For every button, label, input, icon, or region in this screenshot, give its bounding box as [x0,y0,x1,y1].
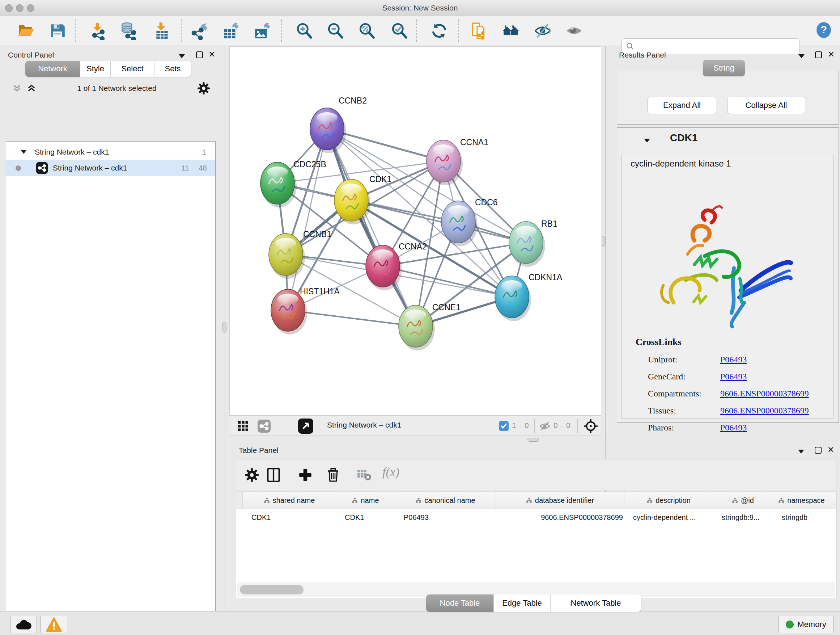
network-graph[interactable]: CCNB2CCNA1CDC25BCDK1CDC6RB1CCNB1CCNA2CDK… [230,47,601,415]
column-header[interactable]: shared name [243,492,336,509]
add-column-icon[interactable] [298,467,313,483]
node-label-CDKN1A[interactable]: CDKN1A [529,272,562,282]
panel-float-icon[interactable] [815,447,821,454]
column-header[interactable]: name [336,492,395,509]
gene-collapse-icon[interactable] [644,138,650,144]
expand-all-networks-icon[interactable] [27,84,36,93]
tab-select[interactable]: Select [111,61,155,77]
column-header[interactable]: description [624,492,713,509]
export-network-icon[interactable] [191,22,209,40]
crosslink-value-link[interactable]: P06493 [720,355,747,364]
column-header[interactable]: canonical name [395,492,496,509]
expand-all-button[interactable]: Expand All [647,97,716,114]
open-session-icon[interactable] [17,22,35,40]
home-icon[interactable] [502,22,520,40]
table-cell[interactable]: stringdb:9... [717,513,777,522]
network-node-CDKN1A[interactable] [495,276,531,321]
fit-selected-crosshair-icon[interactable] [583,418,598,434]
network-node-CCNA1[interactable] [426,140,463,185]
table-cell[interactable]: 9606.ENSP00000378699 [500,513,628,522]
tab-network[interactable]: Network [25,61,80,77]
import-network-database-icon[interactable] [120,22,138,40]
help-icon[interactable]: ? [815,21,833,39]
network-node-CDC6[interactable] [441,201,477,246]
table-cell[interactable]: cyclin-dependent ... [628,513,717,522]
import-table-icon[interactable] [153,22,171,40]
zoom-fit-icon[interactable] [358,22,376,40]
network-edge[interactable] [327,129,416,326]
network-badge-icon[interactable] [257,420,271,432]
panel-menu-icon[interactable] [798,449,804,455]
left-splitter-handle[interactable] [223,322,226,333]
node-label-CCNE1[interactable]: CCNE1 [432,302,461,312]
zoom-out-icon[interactable] [326,22,344,40]
crosslink-value-link[interactable]: P06493 [720,372,747,382]
network-canvas[interactable]: CCNB2CCNA1CDC25BCDK1CDC6RB1CCNB1CCNA2CDK… [229,46,601,416]
network-node-CDK1[interactable] [334,179,370,225]
show-grid-icon[interactable] [238,421,248,431]
import-network-file-icon[interactable] [89,22,107,40]
horizontal-splitter-handle[interactable] [527,438,539,442]
hidden-eye-icon[interactable] [538,420,551,432]
memo-icon[interactable] [470,22,488,40]
save-session-icon[interactable] [49,22,66,40]
node-label-CCNA1[interactable]: CCNA1 [460,138,488,147]
panel-float-icon[interactable] [196,51,203,58]
selected-nodes-checkbox-icon[interactable] [499,421,508,431]
tab-node-table[interactable]: Node Table [426,594,494,612]
export-image-icon[interactable] [253,22,271,40]
node-label-RB1[interactable]: RB1 [541,219,557,228]
show-eye-icon[interactable] [565,22,583,40]
table-cell[interactable]: CDK1 [340,513,399,522]
birds-eye-view-icon[interactable] [298,418,313,434]
network-edge[interactable] [383,266,512,297]
table-options-gear-icon[interactable] [245,468,259,482]
network-node-CCNB2[interactable] [310,108,346,153]
tab-sets[interactable]: Sets [155,61,191,77]
zoom-selected-icon[interactable] [390,22,409,40]
node-label-HIST1H1A[interactable]: HIST1H1A [300,287,340,296]
node-label-CCNB1[interactable]: CCNB1 [303,230,332,239]
table-cell[interactable]: P06493 [399,513,500,522]
node-label-CDC6[interactable]: CDC6 [475,198,498,207]
panel-close-icon[interactable]: ✕ [827,447,834,453]
memory-button[interactable]: Memory [778,616,834,633]
network-node-CCNE1[interactable] [399,305,435,350]
network-node-CCNA2[interactable] [366,245,402,290]
table-cell[interactable]: CDK1 [246,513,340,522]
panel-close-icon[interactable]: ✕ [208,51,215,58]
network-node-CCNB1[interactable] [269,233,305,279]
tab-string[interactable]: String [703,60,745,76]
zoom-in-icon[interactable] [295,22,313,40]
table-row[interactable]: CDK1CDK1P064939606.ENSP00000378699cyclin… [236,509,836,526]
tab-style[interactable]: Style [80,61,111,77]
collapse-all-button[interactable]: Collapse All [727,97,805,114]
table-cell[interactable]: stringdb [777,513,834,522]
column-header[interactable]: namespace [773,492,830,509]
node-label-CCNA2[interactable]: CCNA2 [399,242,427,251]
network-edge[interactable] [288,129,327,310]
node-label-CDC25B[interactable]: CDC25B [294,160,326,169]
scrollbar-thumb[interactable] [240,585,303,594]
delete-column-icon[interactable] [326,467,340,483]
network-collection-row[interactable]: String Network – cdk1 1 [6,144,215,160]
network-options-gear-icon[interactable] [197,82,210,95]
tab-edge-table[interactable]: Edge Table [494,594,551,612]
refresh-view-icon[interactable] [430,22,448,40]
tab-network-table[interactable]: Network Table [551,594,641,612]
network-node-RB1[interactable] [509,222,545,267]
node-label-CCNB2[interactable]: CCNB2 [339,96,367,105]
warnings-button[interactable] [41,616,67,633]
network-row-selected[interactable]: String Network – cdk1 11 48 [6,160,215,176]
column-header[interactable]: database identifier [496,492,624,509]
collapse-all-networks-icon[interactable] [12,84,22,93]
crosslink-value-link[interactable]: P06493 [720,423,747,432]
collection-expand-icon[interactable] [21,150,27,154]
crosslink-value-link[interactable]: 9606.ENSP00000378699 [720,389,809,399]
crosslink-value-link[interactable]: 9606.ENSP00000378699 [720,406,809,416]
export-table-icon[interactable] [222,22,240,40]
panel-close-icon[interactable]: ✕ [828,51,835,58]
panel-menu-icon[interactable] [798,54,805,60]
cloud-button[interactable] [10,616,37,633]
column-header[interactable]: @id [713,492,773,509]
